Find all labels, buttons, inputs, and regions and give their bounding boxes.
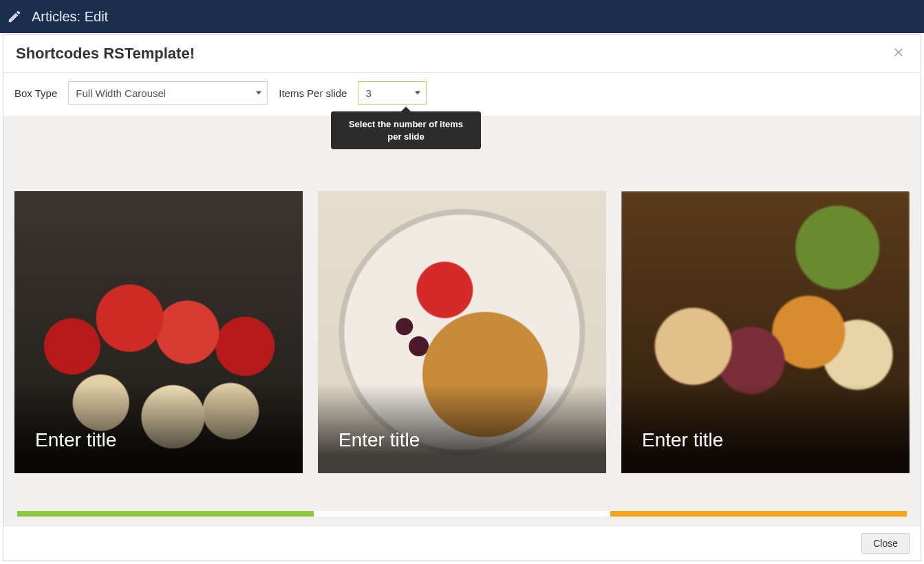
carousel-pager bbox=[17, 511, 907, 517]
carousel-caption: Enter title bbox=[318, 384, 606, 473]
pager-segment[interactable] bbox=[17, 511, 314, 517]
modal-title: Shortcodes RSTemplate! bbox=[16, 45, 195, 63]
page-title: Articles: Edit bbox=[32, 9, 108, 25]
carousel-title: Enter title bbox=[642, 429, 723, 451]
close-button[interactable]: Close bbox=[861, 533, 910, 554]
app-header: Articles: Edit bbox=[0, 0, 924, 33]
modal-body[interactable]: Box Type Full Width Carousel Items Per s… bbox=[3, 73, 921, 525]
modal-header: Shortcodes RSTemplate! bbox=[3, 35, 921, 73]
carousel-track: Enter title Enter title Enter title bbox=[14, 191, 910, 473]
carousel-title: Enter title bbox=[339, 429, 420, 451]
chevron-down-icon bbox=[256, 91, 261, 95]
carousel-caption: Enter title bbox=[14, 384, 303, 473]
pager-segment[interactable] bbox=[610, 511, 907, 517]
pencil-icon bbox=[7, 9, 22, 24]
items-per-slide-value: 3 bbox=[365, 87, 371, 99]
chevron-down-icon bbox=[415, 91, 420, 95]
shortcodes-modal: Shortcodes RSTemplate! Box Type Full Wid… bbox=[3, 34, 921, 561]
modal-close-x[interactable] bbox=[890, 42, 908, 65]
close-icon bbox=[893, 46, 905, 58]
carousel-item[interactable]: Enter title bbox=[14, 191, 303, 473]
carousel-caption: Enter title bbox=[621, 384, 910, 473]
carousel-item[interactable]: Enter title bbox=[318, 191, 606, 473]
box-type-value: Full Width Carousel bbox=[76, 87, 166, 99]
items-per-slide-label: Items Per slide bbox=[279, 87, 347, 99]
controls-row: Box Type Full Width Carousel Items Per s… bbox=[3, 73, 921, 116]
modal-footer: Close bbox=[3, 525, 921, 561]
box-type-label: Box Type bbox=[14, 87, 57, 99]
carousel-title: Enter title bbox=[35, 429, 116, 451]
carousel-preview: Enter title Enter title Enter title bbox=[3, 116, 921, 525]
items-per-slide-select[interactable]: 3 bbox=[358, 81, 427, 105]
pager-segment[interactable] bbox=[314, 511, 610, 517]
carousel-item[interactable]: Enter title bbox=[621, 191, 910, 473]
box-type-select[interactable]: Full Width Carousel bbox=[68, 81, 268, 105]
